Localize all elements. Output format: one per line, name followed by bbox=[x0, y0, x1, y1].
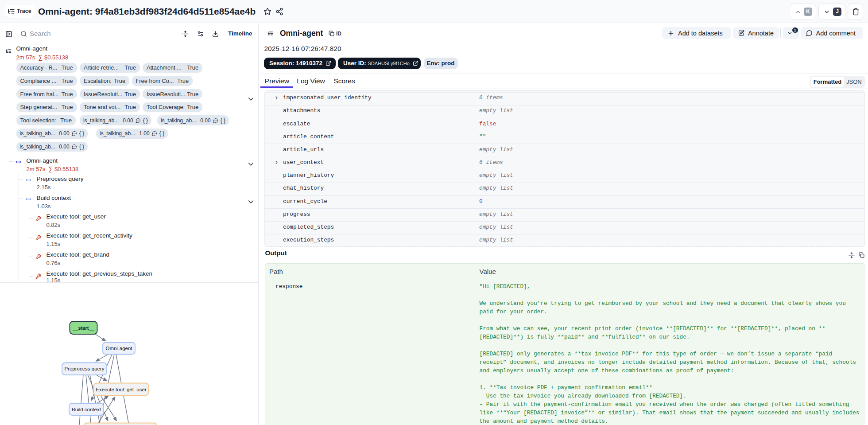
svg-text:Preprocess query: Preprocess query bbox=[64, 366, 104, 371]
svg-text:__start__: __start__ bbox=[72, 325, 94, 331]
svg-text:Omni-agent: Omni-agent bbox=[105, 346, 132, 351]
svg-text:Build context: Build context bbox=[72, 407, 101, 412]
svg-text:Execute tool: get_user: Execute tool: get_user bbox=[96, 387, 147, 392]
